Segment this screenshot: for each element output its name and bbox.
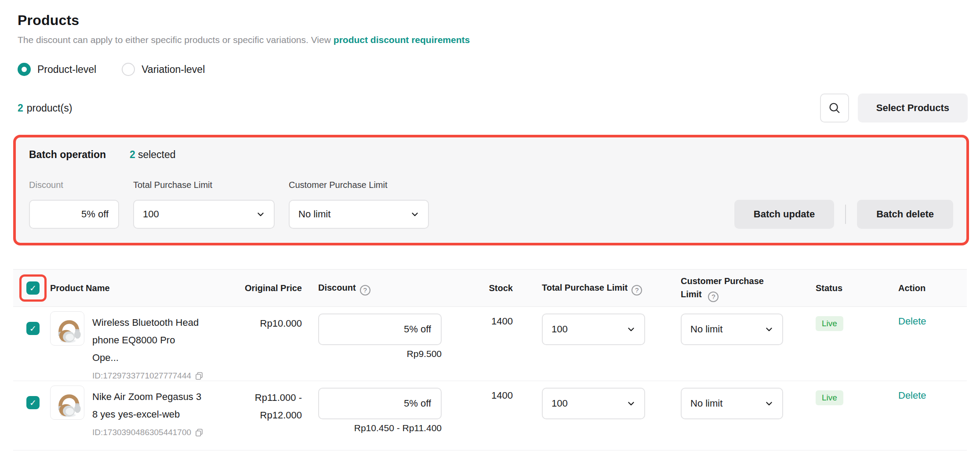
select-all-annotation: ✓: [19, 274, 47, 302]
batch-delete-button[interactable]: Batch delete: [857, 200, 953, 229]
chevron-down-icon: [765, 399, 773, 408]
batch-discount-field: Discount: [29, 180, 119, 229]
product-image: [50, 311, 84, 346]
help-icon[interactable]: ?: [708, 292, 719, 302]
page-subtitle: The discount can apply to either specifi…: [18, 35, 962, 45]
stock-value: 1400: [442, 381, 513, 450]
select-products-button[interactable]: Select Products: [858, 94, 968, 123]
batch-total-purchase-limit-select[interactable]: 100: [133, 200, 275, 229]
page-title: Products: [18, 12, 962, 29]
select-value: No limit: [690, 398, 722, 409]
chevron-down-icon: [627, 399, 635, 408]
col-total-purchase-limit: Total Purchase Limit?: [513, 281, 645, 295]
product-id: ID:1729733771027777444: [92, 371, 191, 381]
table-header-row: ✓ Product Name Original Price Discount? …: [13, 269, 967, 307]
product-name-line: Wireless Bluetooth Head: [92, 314, 204, 331]
level-selector: Product-level Variation-level: [18, 63, 962, 76]
discount-label: Discount: [29, 180, 119, 190]
selected-label: selected: [138, 149, 176, 160]
batch-customer-purchase-limit-field: Customer Purchase Limit No limit: [289, 180, 429, 229]
toolbar: 2product(s) Select Products: [0, 94, 980, 123]
select-value: 100: [143, 209, 159, 220]
product-name-line: phone EQ8000 Pro Ope...: [92, 331, 204, 367]
original-price-line: Rp11.000 -: [204, 389, 302, 407]
batch-update-button[interactable]: Batch update: [734, 200, 834, 229]
batch-panel-annotation: Batch operation 2selected Discount Total…: [13, 135, 969, 245]
col-original-price: Original Price: [204, 281, 302, 295]
search-button[interactable]: [820, 94, 849, 123]
original-price-line: Rp12.000: [204, 407, 302, 424]
status-badge: Live: [816, 390, 843, 405]
chevron-down-icon: [410, 210, 419, 219]
batch-discount-input[interactable]: [29, 200, 119, 229]
stock-value: 1400: [442, 307, 513, 381]
help-icon[interactable]: ?: [360, 285, 370, 295]
customer-purchase-limit-select[interactable]: No limit: [681, 388, 783, 419]
discounted-price: Rp10.450 - Rp11.400: [318, 423, 442, 433]
product-name-line: 8 yes yes-excel-web: [92, 406, 203, 423]
select-value: No limit: [298, 209, 330, 220]
subtitle-text: The discount can apply to either specifi…: [18, 35, 331, 45]
discount-input[interactable]: [318, 313, 442, 345]
radio-product-level[interactable]: Product-level: [18, 63, 96, 76]
total-purchase-limit-select[interactable]: 100: [542, 313, 645, 345]
discount-input[interactable]: [318, 388, 442, 419]
col-action: Action: [873, 281, 967, 295]
row-checkbox[interactable]: ✓: [26, 322, 40, 335]
chevron-down-icon: [765, 325, 773, 334]
select-all-checkbox[interactable]: ✓: [26, 281, 40, 295]
product-name-line: Nike Air Zoom Pegasus 3: [92, 388, 203, 406]
col-cpl-label: Customer Purchase Limit: [681, 276, 764, 299]
radio-label: Product-level: [37, 64, 96, 76]
original-price-line: Rp10.000: [204, 315, 302, 332]
copy-icon[interactable]: [195, 371, 203, 380]
batch-operation-panel: Batch operation 2selected Discount Total…: [16, 137, 966, 243]
delete-link[interactable]: Delete: [898, 390, 926, 401]
radio-label: Variation-level: [142, 64, 205, 76]
select-value: No limit: [690, 324, 722, 335]
product-count: 2product(s): [18, 102, 72, 114]
products-table: ✓ Product Name Original Price Discount? …: [13, 269, 967, 450]
copy-icon[interactable]: [195, 428, 203, 437]
row-checkbox[interactable]: ✓: [26, 396, 40, 409]
total-purchase-limit-select[interactable]: 100: [542, 388, 645, 419]
product-id: ID:1730390486305441700: [92, 428, 191, 437]
discounted-price: Rp9.500: [318, 349, 442, 359]
select-value: 100: [552, 398, 568, 409]
product-count-number: 2: [18, 102, 23, 114]
chevron-down-icon: [627, 325, 635, 334]
batch-total-purchase-limit-field: Total Purchase Limit 100: [133, 180, 275, 229]
select-value: 100: [552, 324, 568, 335]
products-discount-page: Products The discount can apply to eithe…: [0, 0, 980, 454]
chevron-down-icon: [256, 210, 265, 219]
product-count-label: product(s): [27, 102, 73, 114]
help-icon[interactable]: ?: [632, 285, 642, 295]
selected-number: 2: [130, 149, 135, 160]
col-tpl-label: Total Purchase Limit: [542, 283, 628, 292]
col-product-name: Product Name: [50, 281, 204, 295]
product-image: [50, 386, 84, 420]
radio-variation-level[interactable]: Variation-level: [122, 63, 205, 76]
col-discount-label: Discount: [318, 283, 356, 292]
radio-unselected-icon[interactable]: [122, 63, 135, 76]
radio-selected-icon[interactable]: [18, 63, 31, 76]
status-badge: Live: [816, 316, 843, 331]
total-purchase-limit-label: Total Purchase Limit: [133, 180, 275, 190]
col-status: Status: [783, 281, 873, 295]
customer-purchase-limit-label: Customer Purchase Limit: [289, 180, 429, 190]
delete-link[interactable]: Delete: [898, 316, 926, 327]
table-row: ✓ Nike Air Zoom Pegasus 3: [13, 381, 967, 450]
batch-customer-purchase-limit-select[interactable]: No limit: [289, 200, 429, 229]
batch-operation-title: Batch operation: [29, 149, 106, 161]
batch-selected-count: 2selected: [130, 149, 175, 161]
button-divider: [845, 205, 846, 224]
search-icon: [828, 101, 841, 115]
customer-purchase-limit-select[interactable]: No limit: [681, 313, 783, 345]
product-discount-requirements-link[interactable]: product discount requirements: [334, 35, 470, 45]
col-stock: Stock: [442, 281, 513, 295]
table-row: ✓ Wireless Bluetooth Head: [13, 307, 967, 381]
col-customer-purchase-limit: Customer Purchase Limit ?: [645, 274, 783, 302]
col-discount: Discount?: [302, 281, 442, 295]
